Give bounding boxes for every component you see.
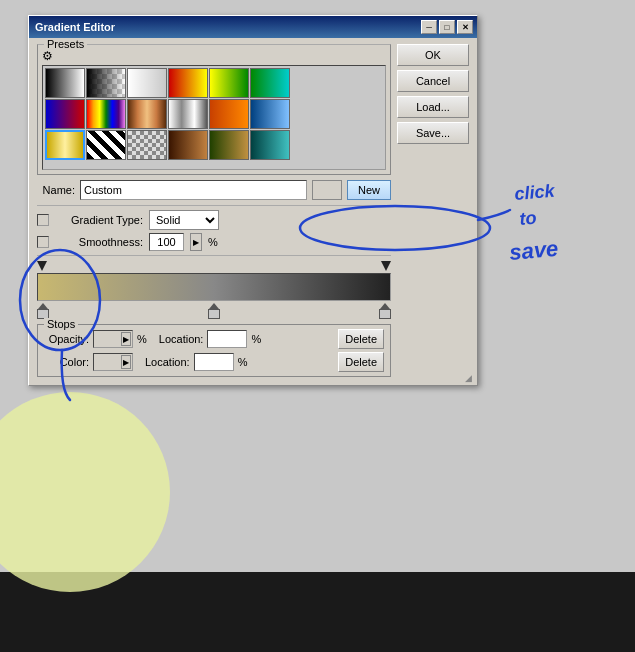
gradient-type-label: Gradient Type: (55, 214, 143, 226)
color-preview-box (312, 180, 342, 200)
gradient-bar-area (37, 261, 391, 319)
color-arrow[interactable]: ▶ (121, 355, 131, 369)
color-field-label: Color: (44, 356, 89, 368)
opacity-stops-row: Opacity: ▶ % Location: % Delete (44, 329, 384, 349)
preset-swatch[interactable] (168, 99, 208, 129)
gradient-editor-dialog: Gradient Editor ─ □ ✕ Presets ⚙ (28, 15, 478, 386)
color-swatch-box[interactable]: ▶ (93, 353, 133, 371)
preset-swatch[interactable] (168, 130, 208, 160)
color-stops-row: Color: ▶ Location: % Delete (44, 352, 384, 372)
color-location-input[interactable] (194, 353, 234, 371)
resize-handle[interactable]: ◢ (465, 373, 475, 383)
stops-group: Stops Opacity: ▶ % Location: % Delete Co (37, 324, 391, 377)
stops-group-label: Stops (44, 318, 78, 330)
gradient-type-select[interactable]: Solid Noise (149, 210, 219, 230)
save-button[interactable]: Save... (397, 122, 469, 144)
preset-swatch[interactable] (127, 130, 167, 160)
dialog-title: Gradient Editor (35, 21, 421, 33)
color-delete-button[interactable]: Delete (338, 352, 384, 372)
preset-swatch[interactable] (250, 68, 290, 98)
smoothness-label: Smoothness: (55, 236, 143, 248)
gradient-preview-bar[interactable] (37, 273, 391, 301)
preset-swatch[interactable] (45, 99, 85, 129)
title-bar: Gradient Editor ─ □ ✕ (29, 16, 477, 38)
preset-swatch[interactable] (168, 68, 208, 98)
ok-button[interactable]: OK (397, 44, 469, 66)
name-row: Name: New (37, 180, 391, 200)
preset-swatch[interactable] (209, 130, 249, 160)
close-button[interactable]: ✕ (457, 20, 473, 34)
opacity-arrow[interactable]: ▶ (121, 332, 131, 346)
opacity-location-label: Location: (159, 333, 204, 345)
opacity-stop-row (37, 261, 391, 271)
color-stop-row (37, 303, 391, 319)
name-input[interactable] (80, 180, 307, 200)
left-panel: Presets ⚙ (37, 44, 391, 377)
svg-text:to: to (519, 208, 538, 229)
preset-swatch[interactable] (45, 68, 85, 98)
preset-swatch[interactable] (250, 99, 290, 129)
gradient-type-checkbox (37, 214, 49, 226)
preset-swatch[interactable] (127, 68, 167, 98)
presets-group: Presets ⚙ (37, 44, 391, 175)
dialog-body: Presets ⚙ (29, 38, 477, 385)
preset-swatch[interactable] (86, 99, 126, 129)
preset-swatch[interactable] (250, 130, 290, 160)
opacity-delete-button[interactable]: Delete (338, 329, 384, 349)
yellow-circle-decoration (0, 392, 170, 592)
smoothness-spin-button[interactable]: ▶ (190, 233, 202, 251)
preset-swatch[interactable] (86, 68, 126, 98)
color-stop-right[interactable] (379, 303, 391, 319)
opacity-stop-right[interactable] (381, 261, 391, 271)
smoothness-row: Smoothness: ▶ % (37, 233, 391, 251)
smoothness-unit: % (208, 236, 218, 248)
minimize-button[interactable]: ─ (421, 20, 437, 34)
gear-icon[interactable]: ⚙ (42, 49, 53, 63)
gradient-type-row: Gradient Type: Solid Noise (37, 210, 391, 230)
preset-swatch[interactable] (45, 130, 85, 160)
smoothness-checkbox (37, 236, 49, 248)
color-stop-left[interactable] (37, 303, 49, 319)
color-location-label: Location: (145, 356, 190, 368)
preset-swatch[interactable] (209, 68, 249, 98)
presets-scrollable[interactable] (42, 65, 386, 170)
preset-swatch[interactable] (127, 99, 167, 129)
presets-label: Presets (44, 38, 87, 50)
opacity-pct: % (137, 333, 147, 345)
gradient-options: Gradient Type: Solid Noise Smoothness: ▶… (37, 205, 391, 256)
right-panel: OK Cancel Load... Save... (397, 44, 469, 377)
new-button[interactable]: New (347, 180, 391, 200)
opacity-field-label: Opacity: (44, 333, 89, 345)
opacity-stop-left[interactable] (37, 261, 47, 271)
color-stop-mid[interactable] (208, 303, 220, 319)
opacity-location-pct: % (251, 333, 261, 345)
load-button[interactable]: Load... (397, 96, 469, 118)
presets-grid (43, 66, 385, 162)
svg-text:save: save (508, 236, 559, 265)
svg-text:click: click (514, 180, 557, 203)
preset-swatch[interactable] (209, 99, 249, 129)
preset-swatch[interactable] (86, 130, 126, 160)
opacity-color-box: ▶ (93, 330, 133, 348)
name-field-label: Name: (37, 184, 75, 196)
cancel-button[interactable]: Cancel (397, 70, 469, 92)
title-bar-controls: ─ □ ✕ (421, 20, 473, 34)
color-location-pct: % (238, 356, 248, 368)
maximize-button[interactable]: □ (439, 20, 455, 34)
presets-header: ⚙ (42, 45, 386, 63)
smoothness-input[interactable] (149, 233, 184, 251)
opacity-location-input[interactable] (207, 330, 247, 348)
